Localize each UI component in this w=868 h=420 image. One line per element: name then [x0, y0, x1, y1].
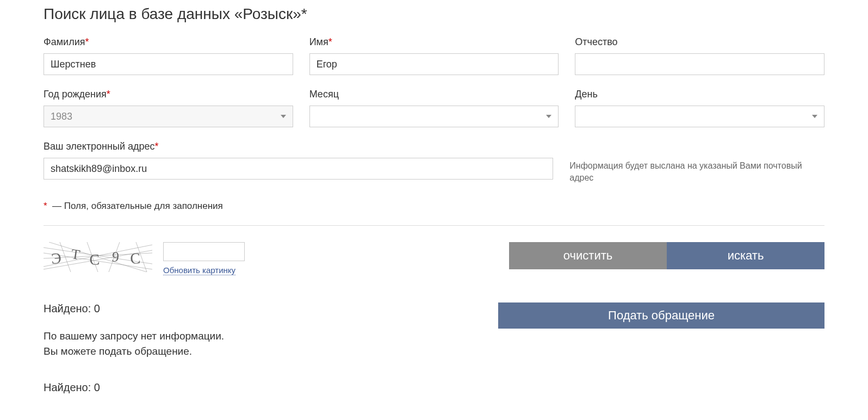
chevron-down-icon — [546, 115, 551, 118]
firstname-group: Имя* — [309, 36, 559, 75]
lastname-input[interactable] — [44, 53, 293, 75]
patronymic-label: Отчество — [575, 36, 824, 48]
captcha-refresh-link[interactable]: Обновить картинку — [163, 265, 235, 275]
divider — [44, 225, 824, 226]
day-select[interactable] — [575, 106, 824, 127]
svg-text:Э: Э — [51, 249, 62, 267]
day-label: День — [575, 89, 824, 100]
no-info-message: По вашему запросу нет информации. Вы мож… — [44, 329, 434, 360]
lastname-label: Фамилия* — [44, 36, 293, 48]
page-title: Поиск лица в базе данных «Розыск»* — [44, 5, 824, 23]
found-count-2: Найдено: 0 — [44, 381, 824, 394]
svg-text:9: 9 — [111, 249, 120, 265]
chevron-down-icon — [281, 115, 286, 118]
month-label: Месяц — [309, 89, 559, 100]
day-group: День — [575, 89, 824, 127]
year-label: Год рождения* — [44, 89, 293, 100]
month-select[interactable] — [309, 106, 559, 127]
submit-appeal-button[interactable]: Подать обращение — [498, 302, 824, 329]
year-select[interactable]: 1983 — [44, 106, 293, 127]
search-button[interactable]: искать — [667, 242, 824, 269]
email-note: Информация будет выслана на указаный Вам… — [569, 141, 824, 184]
email-label: Ваш электронный адрес* — [44, 141, 553, 152]
month-group: Месяц — [309, 89, 559, 127]
captcha-image: Э Т С 9 С — [44, 242, 152, 272]
patronymic-group: Отчество — [575, 36, 824, 75]
firstname-label: Имя* — [309, 36, 559, 48]
lastname-group: Фамилия* — [44, 36, 293, 75]
email-input[interactable] — [44, 158, 553, 180]
email-group: Ваш электронный адрес* — [44, 141, 553, 184]
year-value: 1983 — [51, 111, 281, 122]
patronymic-input[interactable] — [575, 53, 824, 75]
year-group: Год рождения* 1983 — [44, 89, 293, 127]
clear-button[interactable]: очистить — [509, 242, 667, 269]
svg-text:С: С — [129, 250, 141, 267]
firstname-input[interactable] — [309, 53, 559, 75]
required-fields-note: * — Поля, обязательные для заполнения — [44, 201, 824, 212]
svg-text:Т: Т — [70, 246, 81, 263]
found-count: Найдено: 0 — [44, 302, 434, 315]
chevron-down-icon — [812, 115, 817, 118]
captcha-input[interactable] — [163, 242, 245, 261]
svg-text:С: С — [89, 251, 100, 268]
